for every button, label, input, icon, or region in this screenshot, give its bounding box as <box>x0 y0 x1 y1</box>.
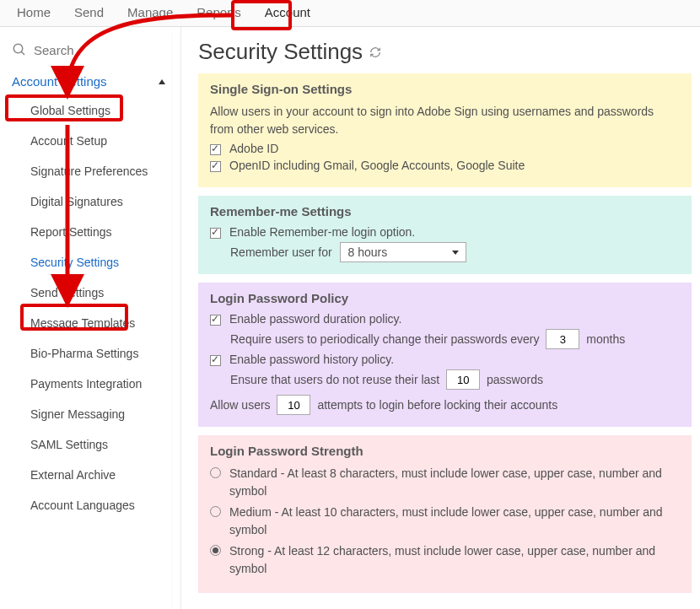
policy-history-pre: Ensure that users do not reuse their las… <box>230 373 439 386</box>
search-icon <box>12 42 27 57</box>
content-wrap: Account Settings Global SettingsAccount … <box>0 27 700 609</box>
top-nav: Home Send Manage Reports Account <box>0 0 700 27</box>
policy-duration-checkbox[interactable] <box>210 315 221 326</box>
sso-openid-checkbox[interactable] <box>210 161 221 172</box>
pdf-panel: PDF Encryption Type <box>198 601 692 609</box>
strength-medium-radio[interactable] <box>210 506 221 517</box>
search-input[interactable] <box>34 43 135 57</box>
sidebar-item-saml-settings[interactable]: SAML Settings <box>0 429 180 460</box>
policy-history-label: Enable password history policy. <box>229 353 394 366</box>
policy-duration-label: Enable password duration policy. <box>229 312 401 326</box>
remember-duration-select[interactable]: 8 hours <box>340 242 466 262</box>
svg-line-1 <box>21 51 24 55</box>
strength-medium-label: Medium - At least 10 characters, must in… <box>229 504 680 539</box>
sidebar-item-send-settings[interactable]: Send Settings <box>0 278 180 308</box>
remember-enable-label: Enable Remember-me login option. <box>229 225 415 239</box>
nav-reports[interactable]: Reports <box>197 5 241 19</box>
sidebar: Account Settings Global SettingsAccount … <box>0 27 181 609</box>
remember-panel: Remember-me Settings Enable Remember-me … <box>198 196 692 274</box>
sidebar-item-global-settings[interactable]: Global Settings <box>0 95 180 126</box>
sidebar-item-account-languages[interactable]: Account Languages <box>0 490 180 520</box>
refresh-icon[interactable] <box>369 46 381 58</box>
sidebar-group-label: Account Settings <box>12 74 107 89</box>
policy-duration-suf: months <box>586 332 625 346</box>
sidebar-item-payments-integration[interactable]: Payments Integration <box>0 369 180 399</box>
remember-heading: Remember-me Settings <box>210 204 680 218</box>
sso-openid-label: OpenID including Gmail, Google Accounts,… <box>229 159 525 172</box>
policy-panel: Login Password Policy Enable password du… <box>198 283 692 427</box>
page-title-text: Security Settings <box>198 39 363 65</box>
remember-prefix: Remember user for <box>230 245 332 259</box>
sidebar-item-signature-preferences[interactable]: Signature Preferences <box>0 156 180 186</box>
sidebar-item-signer-messaging[interactable]: Signer Messaging <box>0 399 180 429</box>
svg-point-0 <box>13 44 23 53</box>
policy-history-suf: passwords <box>487 373 543 386</box>
remember-enable-checkbox[interactable] <box>210 228 221 239</box>
policy-history-checkbox[interactable] <box>210 355 221 366</box>
policy-duration-input[interactable] <box>546 329 579 349</box>
nav-home[interactable]: Home <box>17 5 51 19</box>
sidebar-item-external-archive[interactable]: External Archive <box>0 460 180 490</box>
strength-standard-label: Standard - At least 8 characters, must i… <box>229 465 680 500</box>
caret-down-icon <box>452 251 459 255</box>
nav-manage[interactable]: Manage <box>127 5 173 19</box>
policy-duration-pre: Require users to periodically change the… <box>230 332 540 346</box>
sso-adobe-id-label: Adobe ID <box>229 142 278 155</box>
sso-adobe-id-checkbox[interactable] <box>210 144 221 155</box>
sidebar-item-digital-signatures[interactable]: Digital Signatures <box>0 186 180 217</box>
remember-duration-row: Remember user for 8 hours <box>230 242 680 262</box>
sso-heading: Single Sign-on Settings <box>210 82 680 96</box>
sidebar-group-account-settings[interactable]: Account Settings <box>0 67 180 95</box>
strength-strong-radio[interactable] <box>210 545 221 556</box>
sidebar-item-account-setup[interactable]: Account Setup <box>0 126 180 156</box>
strength-heading: Login Password Strength <box>210 444 680 458</box>
sidebar-list: Global SettingsAccount SetupSignature Pr… <box>0 95 180 520</box>
sidebar-item-message-templates[interactable]: Message Templates <box>0 308 180 338</box>
strength-panel: Login Password Strength Standard - At le… <box>198 435 692 593</box>
sso-panel: Single Sign-on Settings Allow users in y… <box>198 73 692 187</box>
policy-heading: Login Password Policy <box>210 291 680 305</box>
page-title: Security Settings <box>198 39 692 65</box>
nav-account[interactable]: Account <box>265 5 310 19</box>
sidebar-item-bio-pharma-settings[interactable]: Bio-Pharma Settings <box>0 338 180 369</box>
main-content: Security Settings Single Sign-on Setting… <box>181 27 700 609</box>
sso-desc: Allow users in your account to sign into… <box>210 103 680 138</box>
strength-standard-radio[interactable] <box>210 467 221 478</box>
policy-attempts-suf: attempts to login before locking their a… <box>317 398 557 412</box>
nav-send[interactable]: Send <box>74 5 104 19</box>
sidebar-item-report-settings[interactable]: Report Settings <box>0 217 180 247</box>
strength-strong-label: Strong - At least 12 characters, must in… <box>229 542 680 578</box>
policy-attempts-input[interactable] <box>277 395 310 415</box>
remember-duration-value: 8 hours <box>347 244 387 261</box>
sidebar-item-security-settings[interactable]: Security Settings <box>0 247 180 278</box>
chevron-up-icon <box>159 79 165 84</box>
policy-attempts-pre: Allow users <box>210 398 271 412</box>
policy-history-input[interactable] <box>446 369 480 390</box>
